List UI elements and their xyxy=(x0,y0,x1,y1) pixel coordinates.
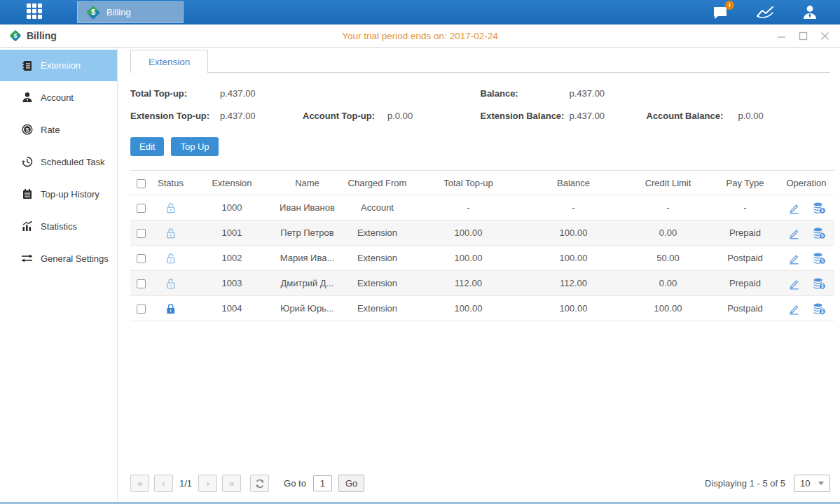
sidebar-label: Top-up History xyxy=(41,189,99,200)
last-page-button[interactable]: » xyxy=(222,475,241,492)
row-checkbox[interactable] xyxy=(137,279,146,288)
top-up-row-icon[interactable]: $ xyxy=(813,202,826,214)
row-checkbox[interactable] xyxy=(137,204,146,213)
close-button[interactable] xyxy=(820,31,830,41)
cell-pay-type: Postpaid xyxy=(712,296,778,321)
status-lock-icon xyxy=(151,246,190,271)
scheduled-task-icon xyxy=(21,156,33,168)
account-topup-value: p.0.00 xyxy=(387,111,413,121)
sidebar-item-statistics[interactable]: Statistics xyxy=(0,210,117,242)
cell-name: Дмитрий Д... xyxy=(274,271,340,296)
top-up-row-icon[interactable]: $ xyxy=(813,277,826,290)
sidebar-item-account[interactable]: Account xyxy=(0,81,117,113)
minimize-button[interactable] xyxy=(776,31,787,41)
status-lock-icon xyxy=(151,271,190,296)
total-topup-value: p.437.00 xyxy=(220,88,256,99)
edit-row-icon[interactable] xyxy=(787,227,800,239)
row-checkbox[interactable] xyxy=(137,304,146,314)
cell-credit-limit: 0.00 xyxy=(624,220,712,246)
sidebar-item-rate[interactable]: $ Rate xyxy=(0,113,117,146)
row-checkbox[interactable] xyxy=(137,254,146,263)
cell-charged-from: Extension xyxy=(340,296,414,321)
account-icon xyxy=(21,92,33,104)
cell-balance: - xyxy=(523,195,624,220)
cell-balance: 100.00 xyxy=(523,296,624,321)
extension-topup-label: Extension Top-up: xyxy=(130,111,220,121)
go-button[interactable]: Go xyxy=(338,475,364,492)
cell-pay-type: - xyxy=(712,195,778,220)
next-page-button[interactable]: › xyxy=(198,475,217,492)
sidebar-item-extension[interactable]: Extension xyxy=(0,50,117,81)
col-name: Name xyxy=(274,171,340,195)
stats-panel: Total Top-up: p.437.00 Extension Top-up:… xyxy=(130,88,830,133)
statistics-monitor-icon[interactable] xyxy=(756,4,774,22)
app-grid-icon[interactable] xyxy=(27,4,45,22)
col-credit-limit: Credit Limit xyxy=(624,171,712,195)
cell-total-topup: - xyxy=(414,195,523,220)
prev-page-button[interactable]: ‹ xyxy=(154,475,173,492)
svg-text:$: $ xyxy=(820,284,823,289)
cell-credit-limit: 0.00 xyxy=(624,271,712,296)
top-up-row-icon[interactable]: $ xyxy=(813,227,826,239)
sidebar-item-scheduled-task[interactable]: Scheduled Task xyxy=(0,146,117,178)
page-indicator: 1/1 xyxy=(179,478,192,489)
user-account-icon[interactable] xyxy=(801,4,819,22)
balance-label: Balance: xyxy=(481,88,570,99)
cell-total-topup: 100.00 xyxy=(414,246,523,271)
maximize-button[interactable] xyxy=(798,31,808,41)
svg-text:$: $ xyxy=(820,258,823,264)
table-row: 1000 Иван Иванов Account - - - - $ xyxy=(130,195,834,220)
chevron-down-icon xyxy=(818,482,824,485)
sidebar-label: Extension xyxy=(41,60,81,71)
rate-icon: $ xyxy=(21,124,33,136)
cell-name: Петр Петров xyxy=(274,220,340,246)
billing-app-tab-label: Billing xyxy=(106,7,131,18)
topup-history-icon xyxy=(21,188,33,200)
edit-button[interactable]: Edit xyxy=(130,137,164,156)
sidebar-label: Statistics xyxy=(41,221,77,232)
titlebar: $ Billing Your trial period ends on: 201… xyxy=(0,24,840,48)
edit-row-icon[interactable] xyxy=(787,302,800,315)
top-up-button[interactable]: Top Up xyxy=(171,137,218,156)
table-row: 1004 Юрий Юрь... Extension 100.00 100.00… xyxy=(130,296,834,321)
col-operation: Operation xyxy=(778,171,834,195)
table-row: 1001 Петр Петров Extension 100.00 100.00… xyxy=(130,220,834,246)
svg-text:$: $ xyxy=(820,233,823,239)
edit-row-icon[interactable] xyxy=(787,252,800,265)
row-checkbox[interactable] xyxy=(137,229,146,238)
sidebar-label: Scheduled Task xyxy=(41,157,105,167)
cell-charged-from: Extension xyxy=(340,246,414,271)
cell-balance: 100.00 xyxy=(523,246,624,271)
cell-extension: 1004 xyxy=(190,296,274,321)
status-lock-icon xyxy=(151,296,190,321)
cell-extension: 1002 xyxy=(190,246,274,271)
first-page-button[interactable]: « xyxy=(130,475,149,492)
edit-row-icon[interactable] xyxy=(787,277,800,290)
extension-topup-value: p.437.00 xyxy=(220,111,303,121)
tab-bar: Extension xyxy=(130,49,830,73)
account-balance-label: Account Balance: xyxy=(647,111,738,121)
refresh-icon[interactable] xyxy=(250,475,269,492)
edit-row-icon[interactable] xyxy=(787,202,800,214)
top-up-row-icon[interactable]: $ xyxy=(813,252,826,265)
goto-page-input[interactable] xyxy=(313,475,332,491)
sidebar-item-general-settings[interactable]: General Settings xyxy=(0,242,117,274)
sidebar-label: Rate xyxy=(41,125,60,135)
billing-app-tab[interactable]: $ Billing xyxy=(77,1,184,23)
billing-window-icon: $ xyxy=(8,29,22,43)
total-topup-label: Total Top-up: xyxy=(130,88,220,99)
cell-credit-limit: 100.00 xyxy=(624,296,712,321)
top-up-row-icon[interactable]: $ xyxy=(813,302,826,315)
page-size-select[interactable]: 10 xyxy=(794,475,830,492)
extension-balance-value: p.437.00 xyxy=(570,111,647,121)
displaying-count: Displaying 1 - 5 of 5 xyxy=(705,478,785,489)
select-all-checkbox[interactable] xyxy=(137,179,146,188)
general-settings-icon xyxy=(21,253,33,265)
cell-charged-from: Account xyxy=(340,195,414,220)
cell-extension: 1000 xyxy=(190,195,274,220)
sidebar: Extension Account $ Rate Scheduled Task … xyxy=(0,48,118,502)
tab-extension[interactable]: Extension xyxy=(130,50,208,73)
messages-icon[interactable]: ! xyxy=(711,4,729,22)
cell-charged-from: Extension xyxy=(340,220,414,246)
sidebar-item-topup-history[interactable]: Top-up History xyxy=(0,178,117,210)
